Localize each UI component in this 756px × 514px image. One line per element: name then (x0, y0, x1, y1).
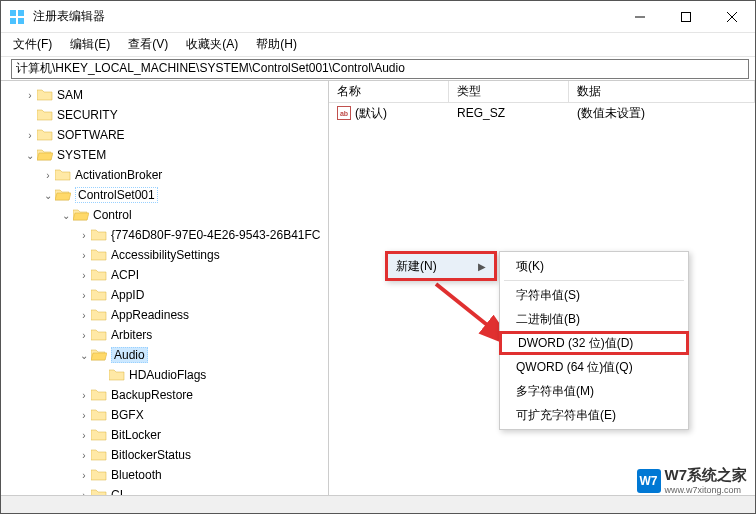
tree-item[interactable]: ⌄ControlSet001 (1, 185, 328, 205)
expander-icon[interactable]: › (41, 170, 55, 181)
expander-icon[interactable]: ⌄ (59, 210, 73, 221)
expander-icon[interactable]: › (77, 250, 91, 261)
tree-item[interactable]: ›SAM (1, 85, 328, 105)
expander-icon[interactable]: ⌄ (77, 350, 91, 361)
maximize-button[interactable] (663, 1, 709, 33)
value-name-cell: ab (默认) (329, 105, 449, 122)
close-button[interactable] (709, 1, 755, 33)
tree-label: Bluetooth (111, 468, 162, 482)
tree-item[interactable]: ›{7746D80F-97E0-4E26-9543-26B41FC (1, 225, 328, 245)
tree-item[interactable]: ›CI (1, 485, 328, 495)
svg-rect-3 (18, 18, 24, 24)
menu-bar: 文件(F) 编辑(E) 查看(V) 收藏夹(A) 帮助(H) (1, 33, 755, 57)
expander-icon[interactable]: › (77, 450, 91, 461)
menu-favorites[interactable]: 收藏夹(A) (178, 34, 246, 55)
menu-view[interactable]: 查看(V) (120, 34, 176, 55)
tree-label: BackupRestore (111, 388, 193, 402)
context-menu-secondary[interactable]: 项(K)字符串值(S)二进制值(B)DWORD (32 位)值(D)QWORD … (499, 251, 689, 430)
context-menu-primary[interactable]: 新建(N) ▶ (385, 251, 497, 281)
menu-edit[interactable]: 编辑(E) (62, 34, 118, 55)
minimize-button[interactable] (617, 1, 663, 33)
expander-icon[interactable]: › (77, 470, 91, 481)
submenu-arrow-icon: ▶ (478, 261, 486, 272)
submenu-item[interactable]: QWORD (64 位)值(Q) (500, 355, 688, 379)
address-bar (1, 57, 755, 81)
value-type: REG_SZ (449, 106, 569, 120)
menu-file[interactable]: 文件(F) (5, 34, 60, 55)
tree-label: SECURITY (57, 108, 118, 122)
watermark-text: W7系统之家 (665, 466, 748, 485)
tree-item[interactable]: SECURITY (1, 105, 328, 125)
tree-label: AppReadiness (111, 308, 189, 322)
tree-label: AccessibilitySettings (111, 248, 220, 262)
value-data: (数值未设置) (569, 105, 755, 122)
tree-label: Arbiters (111, 328, 152, 342)
tree-label: {7746D80F-97E0-4E26-9543-26B41FC (111, 228, 320, 242)
expander-icon[interactable]: › (77, 490, 91, 496)
expander-icon[interactable]: › (77, 390, 91, 401)
tree-item[interactable]: ›BitlockerStatus (1, 445, 328, 465)
expander-icon[interactable]: › (77, 230, 91, 241)
watermark: W7 W7系统之家 www.w7xitong.com (637, 466, 748, 495)
expander-icon[interactable]: ⌄ (23, 150, 37, 161)
col-name[interactable]: 名称 (329, 81, 449, 102)
status-bar (1, 495, 755, 514)
expander-icon[interactable]: › (77, 410, 91, 421)
menu-item-new[interactable]: 新建(N) ▶ (388, 254, 494, 278)
tree-item[interactable]: ›BitLocker (1, 425, 328, 445)
menu-item-new-label: 新建(N) (396, 258, 437, 275)
value-name: (默认) (355, 105, 387, 122)
string-value-icon: ab (337, 106, 351, 120)
submenu-item[interactable]: 可扩充字符串值(E) (500, 403, 688, 427)
address-input[interactable] (11, 59, 749, 79)
value-row[interactable]: ab (默认) REG_SZ (数值未设置) (329, 103, 755, 123)
menu-help[interactable]: 帮助(H) (248, 34, 305, 55)
tree-item[interactable]: ⌄SYSTEM (1, 145, 328, 165)
tree-label: ControlSet001 (75, 187, 158, 203)
expander-icon[interactable]: › (23, 130, 37, 141)
tree-label: ActivationBroker (75, 168, 162, 182)
tree-item[interactable]: ›BGFX (1, 405, 328, 425)
tree-label: BitLocker (111, 428, 161, 442)
expander-icon[interactable]: › (77, 290, 91, 301)
tree-label: SAM (57, 88, 83, 102)
expander-icon[interactable]: ⌄ (41, 190, 55, 201)
svg-rect-0 (10, 10, 16, 16)
title-bar: 注册表编辑器 (1, 1, 755, 33)
expander-icon[interactable]: › (77, 330, 91, 341)
tree-label: SYSTEM (57, 148, 106, 162)
tree-item[interactable]: ›SOFTWARE (1, 125, 328, 145)
submenu-item[interactable]: 字符串值(S) (500, 283, 688, 307)
submenu-item[interactable]: 二进制值(B) (500, 307, 688, 331)
window-title: 注册表编辑器 (33, 8, 617, 25)
tree-item[interactable]: ›AccessibilitySettings (1, 245, 328, 265)
col-data[interactable]: 数据 (569, 81, 755, 102)
tree-label: HDAudioFlags (129, 368, 206, 382)
tree-item[interactable]: ⌄Control (1, 205, 328, 225)
submenu-item[interactable]: 多字符串值(M) (500, 379, 688, 403)
tree-item[interactable]: ›AppReadiness (1, 305, 328, 325)
tree-item[interactable]: ›BackupRestore (1, 385, 328, 405)
menu-separator (504, 280, 684, 281)
tree-item[interactable]: HDAudioFlags (1, 365, 328, 385)
tree-item[interactable]: ›ACPI (1, 265, 328, 285)
expander-icon[interactable]: › (23, 90, 37, 101)
tree-item[interactable]: ›Arbiters (1, 325, 328, 345)
tree-item[interactable]: ⌄Audio (1, 345, 328, 365)
tree-item[interactable]: ›Bluetooth (1, 465, 328, 485)
submenu-item[interactable]: 项(K) (500, 254, 688, 278)
tree-view[interactable]: ›SAMSECURITY›SOFTWARE⌄SYSTEM›ActivationB… (1, 81, 329, 495)
submenu-item[interactable]: DWORD (32 位)值(D) (499, 331, 689, 355)
expander-icon[interactable]: › (77, 270, 91, 281)
expander-icon[interactable]: › (77, 430, 91, 441)
tree-item[interactable]: ›ActivationBroker (1, 165, 328, 185)
expander-icon[interactable]: › (77, 310, 91, 321)
svg-rect-5 (682, 12, 691, 21)
tree-label: BGFX (111, 408, 144, 422)
tree-item[interactable]: ›AppID (1, 285, 328, 305)
col-type[interactable]: 类型 (449, 81, 569, 102)
watermark-icon: W7 (637, 469, 661, 493)
tree-label: CI (111, 488, 123, 495)
tree-label: SOFTWARE (57, 128, 125, 142)
tree-label: ACPI (111, 268, 139, 282)
